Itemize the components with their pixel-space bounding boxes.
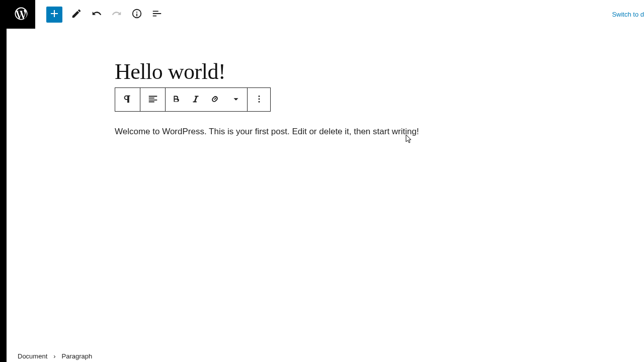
breadcrumb-current[interactable]: Paragraph	[62, 352, 93, 360]
main-column: Switch to d Hello world!	[7, 0, 644, 362]
switch-to-draft-link[interactable]: Switch to d	[612, 0, 644, 29]
switch-link-label: Switch to d	[612, 11, 644, 18]
svg-point-2	[258, 101, 260, 103]
link-icon	[209, 94, 220, 106]
pilcrow-icon	[122, 94, 133, 106]
post-title[interactable]: Hello world!	[115, 59, 644, 84]
left-border-strip	[0, 0, 7, 362]
outline-icon	[151, 8, 163, 21]
bold-button[interactable]	[166, 88, 187, 111]
wordpress-icon	[14, 6, 29, 23]
italic-button[interactable]	[187, 88, 205, 111]
info-icon	[131, 8, 142, 21]
info-button[interactable]	[128, 6, 146, 24]
bold-icon	[171, 94, 182, 106]
breadcrumb-separator: ›	[53, 352, 55, 360]
outline-button[interactable]	[148, 6, 166, 24]
italic-icon	[190, 94, 201, 106]
add-block-button[interactable]	[46, 7, 62, 23]
chevron-down-icon	[230, 94, 242, 106]
align-left-icon	[147, 94, 158, 106]
more-options-button[interactable]	[248, 88, 270, 111]
svg-point-0	[258, 96, 260, 97]
block-type-button[interactable]	[115, 88, 140, 111]
paragraph-block[interactable]: Welcome to WordPress. This is your first…	[115, 125, 527, 138]
svg-point-1	[258, 98, 260, 100]
wordpress-logo-button[interactable]	[7, 0, 35, 29]
redo-icon	[111, 8, 122, 21]
align-button[interactable]	[140, 88, 165, 111]
more-vertical-icon	[254, 94, 265, 106]
top-toolbar: Switch to d	[7, 0, 644, 29]
link-button[interactable]	[205, 88, 225, 111]
editor-body: Hello world!	[7, 29, 644, 350]
block-breadcrumb: Document › Paragraph	[7, 350, 644, 362]
app-root: Switch to d Hello world!	[0, 0, 644, 362]
undo-icon	[91, 8, 102, 21]
more-formatting-button[interactable]	[225, 88, 247, 111]
breadcrumb-root[interactable]: Document	[18, 352, 47, 360]
edit-modes-button[interactable]	[67, 6, 86, 24]
redo-button[interactable]	[108, 6, 126, 24]
block-toolbar	[115, 87, 271, 112]
plus-icon	[48, 8, 60, 22]
pencil-icon	[71, 8, 82, 21]
undo-button[interactable]	[88, 6, 106, 24]
